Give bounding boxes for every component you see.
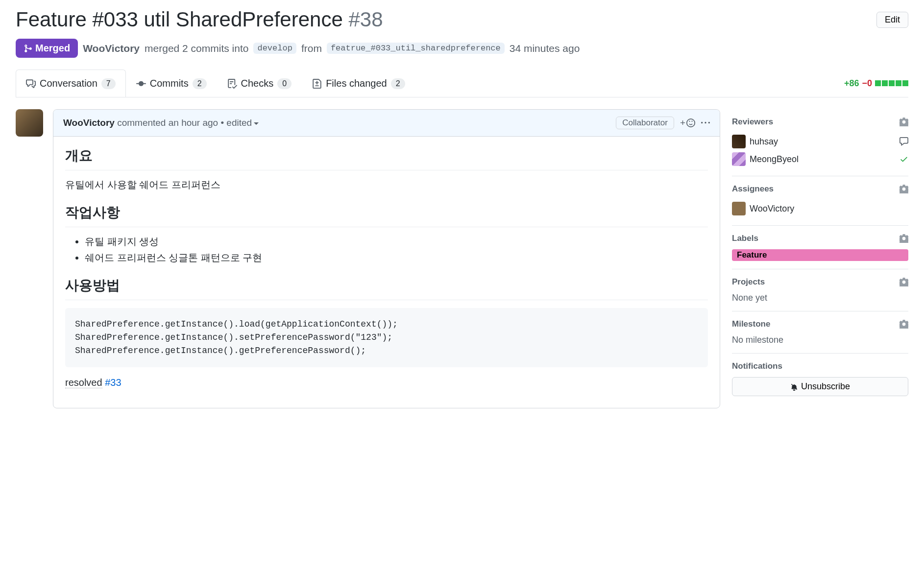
label-tag[interactable]: Feature	[732, 249, 908, 261]
milestone-title: Milestone	[732, 319, 770, 329]
bullet: •	[220, 118, 224, 128]
comment-box: WooVictory commented an hour ago • edite…	[53, 109, 720, 408]
git-merge-icon	[24, 44, 32, 53]
check-icon	[900, 155, 908, 164]
diff-deletions: −0	[862, 78, 872, 89]
pr-title: Feature #033 util SharedPreference #38	[16, 8, 876, 31]
avatar[interactable]	[16, 109, 43, 137]
merged-badge: Merged	[16, 39, 78, 58]
edit-button[interactable]: Edit	[876, 12, 908, 28]
gear-icon[interactable]	[900, 234, 908, 243]
assignees-title: Assignees	[732, 184, 774, 194]
tab-conversation[interactable]: Conversation 7	[16, 70, 126, 97]
avatar	[732, 152, 746, 166]
git-commit-icon	[136, 79, 146, 89]
merged-text: merged 2 commits into	[145, 43, 248, 54]
mute-icon	[790, 383, 798, 391]
notifications-title: Notifications	[732, 361, 782, 371]
smiley-icon	[686, 118, 695, 127]
comment-author[interactable]: WooVictory	[63, 118, 115, 128]
from-text: from	[301, 43, 322, 54]
gear-icon[interactable]	[900, 278, 908, 286]
section-heading: 작업사항	[65, 203, 708, 227]
add-reaction-button[interactable]: +	[680, 118, 695, 128]
reviewers-title: Reviewers	[732, 117, 773, 127]
gear-icon[interactable]	[900, 320, 908, 329]
tab-checks[interactable]: Checks 0	[217, 70, 302, 97]
section-heading: 사용방법	[65, 276, 708, 300]
head-branch[interactable]: featrue_#033_util_sharedpreference	[327, 43, 505, 54]
comment-body: 개요 유틸에서 사용할 쉐어드 프리퍼런스 작업사항 유틸 패키지 생성 쉐어드…	[53, 137, 720, 408]
merge-time: 34 minutes ago	[510, 43, 580, 54]
comment-time[interactable]: an hour ago	[169, 118, 218, 128]
kebab-icon	[701, 118, 710, 127]
code-block: SharedPreference.getInstance().load(getA…	[65, 308, 708, 367]
assignee-item[interactable]: WooVictory	[732, 200, 908, 217]
caret-down-icon	[254, 122, 259, 125]
list-item: 유틸 패키지 생성	[85, 235, 708, 248]
base-branch[interactable]: develop	[253, 43, 296, 54]
checklist-icon	[227, 79, 237, 89]
issue-link[interactable]: #33	[105, 377, 121, 388]
commented-text: commented	[117, 118, 166, 128]
unsubscribe-button[interactable]: Unsubscribe	[732, 377, 908, 396]
pr-number: #38	[348, 8, 383, 31]
kebab-menu[interactable]	[701, 118, 710, 127]
diff-additions: +86	[844, 78, 859, 89]
avatar	[732, 135, 746, 148]
milestone-value: No milestone	[732, 335, 908, 345]
tab-files[interactable]: Files changed 2	[302, 70, 415, 97]
file-diff-icon	[312, 79, 322, 89]
section-heading: 개요	[65, 146, 708, 170]
checks-count: 0	[277, 78, 292, 89]
tab-commits[interactable]: Commits 2	[126, 70, 217, 97]
diff-blocks	[875, 80, 908, 86]
comment-icon	[900, 137, 908, 146]
conversation-count: 7	[101, 78, 116, 89]
diffstat[interactable]: +86 −0	[844, 78, 908, 89]
comment-discussion-icon	[26, 79, 36, 89]
list-item: 쉐어드 프리퍼런스 싱글톤 패턴으로 구현	[85, 251, 708, 264]
avatar	[732, 202, 746, 215]
gear-icon[interactable]	[900, 118, 908, 126]
gear-icon[interactable]	[900, 185, 908, 193]
projects-title: Projects	[732, 277, 765, 287]
reviewer-item[interactable]: huhsay	[732, 133, 908, 150]
reviewer-item[interactable]: MeongByeol	[732, 150, 908, 168]
merge-author[interactable]: WooVictory	[83, 43, 140, 54]
paragraph: 유틸에서 사용할 쉐어드 프리퍼런스	[65, 178, 708, 191]
projects-value: None yet	[732, 293, 908, 303]
resolved-text: resolved #33	[65, 377, 708, 388]
commits-count: 2	[193, 78, 207, 89]
collaborator-badge: Collaborator	[616, 117, 674, 129]
files-count: 2	[391, 78, 405, 89]
labels-title: Labels	[732, 234, 758, 243]
edited-text[interactable]: edited	[226, 118, 259, 128]
